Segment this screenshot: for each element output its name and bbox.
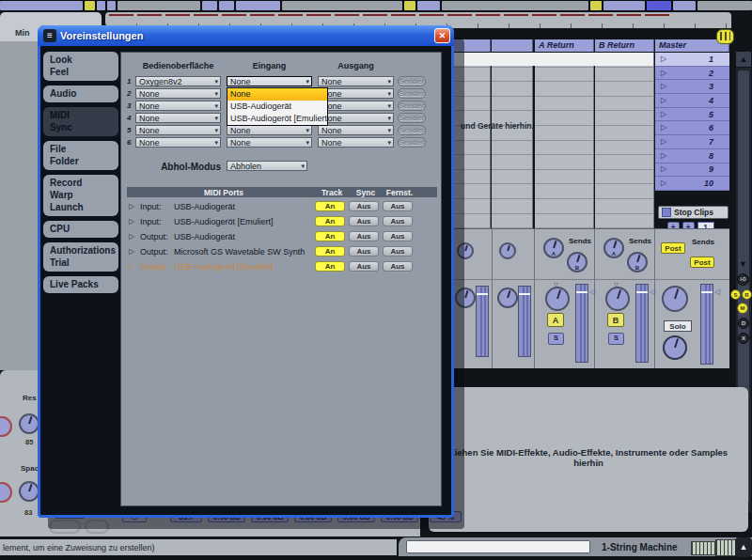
dropdown-option[interactable]: USB-Audiogeröt [Emuliert] (227, 113, 327, 125)
input-select[interactable]: None (227, 137, 312, 148)
clip-segment[interactable] (647, 1, 671, 10)
clip-segment[interactable] (97, 1, 105, 10)
device-res-knob[interactable] (19, 413, 39, 434)
device-knob[interactable] (0, 416, 12, 437)
scene-play-icon[interactable]: ▷ (661, 55, 666, 63)
scene-slot[interactable]: ▷9 (655, 163, 729, 178)
volume-fader[interactable] (575, 284, 588, 363)
clip-segment[interactable] (236, 1, 280, 10)
clip-slot-column[interactable] (492, 53, 533, 228)
clip-slot-column[interactable] (449, 53, 491, 228)
master-pan-knob[interactable] (662, 286, 688, 312)
detail-view-toggle[interactable]: ▲ (735, 537, 752, 557)
output-select[interactable]: None (318, 125, 394, 135)
scene-slot[interactable]: ▷3 (655, 80, 729, 94)
scene-play-icon[interactable]: ▷ (661, 111, 666, 118)
scene-play-icon[interactable]: ▷ (661, 124, 666, 132)
scene-play-icon[interactable]: ▷ (661, 83, 666, 90)
stop-clips-button[interactable]: Stop Clips (658, 206, 728, 219)
collapse-arrow-icon[interactable]: ▼ (739, 260, 747, 269)
send-a-knob[interactable]: A (603, 238, 624, 258)
remote-toggle[interactable]: Aus (383, 246, 413, 257)
scene-slot[interactable]: ▷4 (655, 94, 729, 108)
clip-segment[interactable] (673, 1, 696, 10)
scene-play-icon[interactable]: ▷ (661, 97, 666, 104)
input-select[interactable]: None (227, 125, 312, 135)
volume-fader[interactable] (518, 286, 531, 357)
surface-select[interactable]: None (135, 137, 221, 148)
scene-play-icon[interactable]: ▷ (661, 138, 666, 146)
close-icon[interactable]: ✕ (434, 28, 450, 43)
clip-segment[interactable] (697, 1, 752, 10)
solo-button[interactable]: S (608, 333, 624, 345)
sends-toggle[interactable]: S (730, 289, 741, 300)
track-toggle[interactable]: An (315, 246, 345, 257)
clip-segment[interactable] (442, 1, 588, 10)
clip-segment[interactable] (0, 1, 83, 10)
dump-button[interactable]: Sender (398, 137, 426, 148)
sync-toggle[interactable]: Aus (349, 216, 379, 226)
return-a-slot-column[interactable] (535, 53, 594, 228)
output-select[interactable]: None (318, 137, 394, 148)
crossfader-toggle[interactable]: X (738, 333, 749, 344)
expand-icon[interactable]: ▷ (129, 262, 140, 271)
clip-segment[interactable] (107, 1, 116, 10)
tab-record-warp-launch[interactable]: RecordWarpLaunch (43, 175, 118, 216)
clip-segment[interactable] (85, 1, 95, 10)
scene-play-icon[interactable]: ▷ (661, 152, 666, 160)
dropdown-option[interactable]: None (227, 88, 327, 101)
track-toggle[interactable]: An (315, 231, 345, 241)
send-b-knob[interactable]: B (567, 252, 588, 272)
send-a-knob[interactable]: A (543, 238, 564, 258)
scene-slot[interactable]: ▷2 (655, 67, 729, 81)
input-select[interactable]: None (227, 76, 312, 86)
expand-icon[interactable]: ▷ (129, 247, 140, 256)
dump-button[interactable]: Sender (398, 125, 426, 135)
device-param-value[interactable]: 85 (25, 438, 33, 446)
info-field[interactable] (406, 540, 590, 553)
device-knob[interactable] (0, 482, 12, 503)
scene-slot[interactable]: ▷8 (655, 149, 729, 163)
remote-toggle[interactable]: Aus (383, 261, 413, 272)
post-toggle[interactable]: Post (690, 257, 714, 268)
expand-icon[interactable]: ▷ (129, 217, 140, 226)
master-volume-fader[interactable] (700, 284, 713, 365)
scene-slot[interactable]: ▷10 (655, 177, 729, 191)
tab-authorizations-trial[interactable]: AuthorizationsTrial (43, 242, 118, 272)
master-solo-button[interactable]: Solo (664, 320, 692, 332)
remote-toggle[interactable]: Aus (383, 231, 413, 241)
pan-knob[interactable] (455, 288, 476, 308)
dump-button[interactable]: Sender (398, 76, 426, 86)
output-select[interactable]: None (318, 113, 394, 123)
dump-button[interactable]: Sender (398, 113, 426, 123)
clip-segment[interactable] (118, 1, 200, 10)
surface-select[interactable]: None (135, 125, 221, 135)
pan-knob[interactable] (605, 287, 630, 311)
remote-toggle[interactable]: Aus (383, 201, 413, 211)
clip-segment[interactable] (603, 1, 645, 10)
clip-segment[interactable] (417, 1, 440, 10)
scene-play-icon[interactable]: ▷ (661, 179, 666, 187)
scroll-up-button[interactable]: ▲ (736, 52, 751, 67)
tab-live-packs[interactable]: Live Packs (43, 276, 118, 293)
send-knob[interactable] (457, 242, 474, 259)
scene-slot[interactable]: ▷6 (655, 121, 729, 135)
return-b-slot-column[interactable] (595, 53, 654, 228)
output-select[interactable]: None (318, 101, 394, 111)
device-footer-button[interactable] (49, 520, 81, 534)
surface-select[interactable]: None (135, 113, 221, 123)
returns-toggle[interactable]: R (742, 289, 752, 300)
mixer-toggle[interactable]: M (737, 303, 748, 314)
output-select[interactable]: None (318, 88, 394, 99)
track-toggle[interactable]: An (315, 201, 345, 211)
key-map-icon[interactable] (691, 541, 715, 555)
pan-knob[interactable] (497, 288, 518, 308)
volume-fader[interactable] (635, 284, 649, 363)
output-select[interactable]: None (318, 76, 394, 86)
track-delay-toggle[interactable]: D (738, 318, 749, 329)
dump-button[interactable]: Sender (398, 101, 426, 111)
scene-slot[interactable]: ▷5 (655, 108, 729, 122)
scene-play-icon[interactable]: ▷ (661, 165, 666, 173)
volume-fader[interactable] (476, 286, 489, 357)
return-b-header[interactable]: B Return (595, 39, 654, 52)
